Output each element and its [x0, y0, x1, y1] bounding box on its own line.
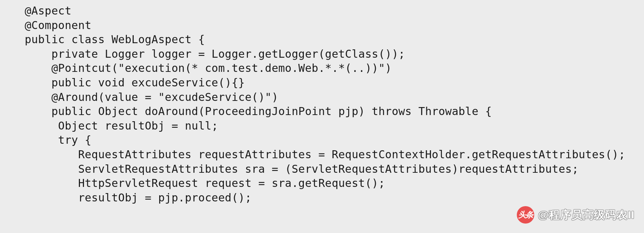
code-line: @Pointcut("execution(* com.test.demo.Web… — [25, 62, 392, 74]
toutiao-logo-icon: 头条 — [517, 206, 534, 224]
code-line: ServletRequestAttributes sra = (ServletR… — [25, 163, 579, 175]
code-line: public Object doAround(ProceedingJoinPoi… — [25, 105, 492, 118]
code-line: try { — [25, 134, 92, 146]
code-line: HttpServletRequest request = sra.getRequ… — [25, 177, 385, 189]
code-line: public class WebLogAspect { — [25, 33, 205, 46]
watermark: 头条 @程序员高级码农II — [517, 206, 635, 224]
code-line: Object resultObj = null; — [25, 119, 218, 132]
watermark-logo-text: 头条 — [518, 209, 533, 220]
watermark-text: @程序员高级码农II — [538, 208, 635, 222]
code-line: RequestAttributes requestAttributes = Re… — [25, 148, 625, 161]
code-line: @Around(value = "excudeService()") — [25, 91, 278, 103]
code-line: @Component — [25, 19, 92, 32]
code-line: resultObj = pjp.proceed(); — [25, 191, 251, 204]
code-line: @Aspect — [25, 4, 72, 17]
code-line: public void excudeService(){} — [25, 76, 245, 89]
code-content: @Aspect @Component public class WebLogAs… — [0, 0, 644, 205]
code-line: private Logger logger = Logger.getLogger… — [25, 48, 405, 60]
